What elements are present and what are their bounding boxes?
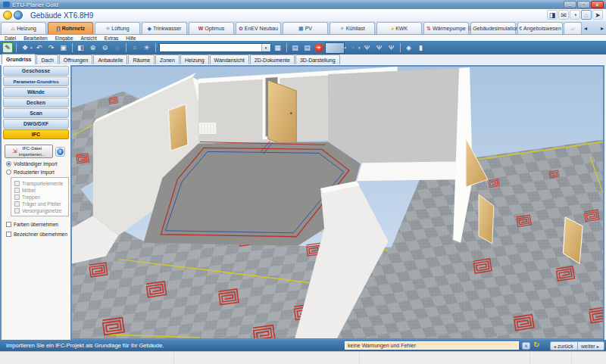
tab-scroll-right-icon[interactable]: ▸	[601, 25, 604, 32]
checkbox-icon	[14, 194, 20, 200]
layers-icon[interactable]: ≡	[130, 42, 140, 53]
tab-2d-dokumente[interactable]: 2D-Dokumente	[250, 54, 295, 64]
zoom-out-icon[interactable]: ⊖	[100, 42, 111, 53]
tab-3d-darstellung[interactable]: 3D-Darstellung	[295, 54, 340, 64]
pv-icon: ▦	[298, 26, 304, 31]
check-bezeichner-uebernehmen[interactable]: Bezeichner übernehmen	[6, 232, 70, 237]
view-grid-icon[interactable]: ▦	[273, 42, 283, 53]
menu-bearbeiten[interactable]: Bearbeiten	[23, 36, 47, 41]
tab-kuehllast[interactable]: ☀Kühllast	[330, 22, 375, 34]
redo-icon[interactable]: ↷	[46, 42, 57, 53]
minimize-button[interactable]: –	[564, 1, 576, 8]
radio-icon	[6, 161, 11, 166]
draw-tool-icon[interactable]: ✎	[2, 42, 13, 53]
tab-gebaeudesimulation[interactable]: SGebäudesimulation	[470, 22, 516, 34]
network-2-icon[interactable]: Ψ	[374, 42, 385, 53]
combobox-arrow-icon[interactable]: ▾	[261, 44, 270, 51]
sidebar-item-decken[interactable]: Decken	[3, 98, 69, 107]
check-treppen[interactable]: Treppen	[14, 194, 67, 200]
optimus-icon: W	[198, 26, 204, 31]
tab-enev-neubau[interactable]: ✿EnEV Neubau	[236, 22, 281, 34]
world-icon[interactable]: ◔	[570, 10, 580, 20]
tab-rohrnetz[interactable]: ∏Rohrnetz	[48, 22, 93, 34]
zoom-in-icon[interactable]: ⊕	[88, 42, 98, 53]
tab-pv[interactable]: ▦PV	[283, 22, 328, 34]
header: Gebäude XT6.8H9 ◨ ✉ ◔ ⌂ ➤	[0, 9, 606, 21]
tab-heizung[interactable]: ♨Heizung	[1, 22, 46, 34]
open-project-icon[interactable]: ▤	[290, 42, 301, 53]
view-3d-icon[interactable]: ◈	[404, 42, 414, 53]
tab-angebotswesen[interactable]: €Angebotswesen	[517, 22, 563, 34]
sidebar-item-dwg-dxf[interactable]: DWG/DXF	[3, 119, 69, 129]
tools-icon[interactable]: ➤	[592, 10, 603, 20]
ifc-import-button[interactable]: ⇲ IFC-Dateiimportieren...	[5, 145, 53, 158]
preview-icon[interactable]	[325, 42, 345, 54]
sidebar-item-waende[interactable]: Wände	[3, 87, 69, 97]
tab-raeume[interactable]: Räume	[128, 54, 155, 64]
maximize-button[interactable]: ▢	[577, 1, 590, 8]
waermepumpe-icon: ⇅	[426, 26, 431, 31]
tab-oeffnungen[interactable]: Öffnungen	[59, 54, 93, 64]
effects-icon[interactable]: ✳	[142, 42, 152, 53]
home-icon[interactable]: ⌂	[581, 10, 592, 20]
menu-extras[interactable]: Extras	[105, 36, 118, 41]
radio-vollstaendiger-import[interactable]: Vollständiger Import	[6, 161, 70, 166]
open-folder-icon[interactable]: ▤	[302, 42, 313, 53]
refresh-icon[interactable]: ↻	[533, 341, 539, 349]
menu-bar: Datei Bearbeiten Eingabe Ansicht Extras …	[0, 35, 606, 41]
extinguisher-icon[interactable]: ▮	[416, 42, 426, 53]
check-transportelemente[interactable]: Transportelemente	[14, 181, 67, 186]
tab-trinkwasser[interactable]: ◆Trinkwasser	[142, 22, 187, 34]
alert-icon[interactable]: ➜	[314, 43, 323, 52]
tab-grundriss[interactable]: Grundriss	[2, 54, 36, 64]
checkbox-icon	[14, 188, 20, 193]
reduced-import-options: Transportelemente Möbel Treppen Träger u…	[11, 177, 69, 216]
tab-kwk[interactable]: ◕KWK	[376, 22, 422, 34]
tab-wandansicht[interactable]: Wandansicht	[210, 54, 249, 64]
check-traeger-und-pfeiler[interactable]: Träger und Pfeiler	[14, 201, 67, 207]
check-versorgungsnetze[interactable]: Versorgungsnetze	[14, 208, 67, 213]
close-button[interactable]: ✕	[591, 1, 604, 8]
mail-icon[interactable]: ✉	[558, 10, 569, 20]
zoom-window-icon[interactable]: ◧	[76, 42, 86, 53]
tab-scroll-left-icon[interactable]: ◂	[584, 25, 587, 32]
settings-icon[interactable]: ☼	[112, 42, 123, 53]
tab-lueftung[interactable]: ✳Lüftung	[95, 22, 140, 34]
undo-icon[interactable]: ↶	[34, 42, 45, 53]
menu-datei[interactable]: Datei	[5, 36, 16, 41]
check-farben-uebernehmen[interactable]: Farben übernehmen	[6, 222, 70, 227]
sidebar-item-scan[interactable]: Scan	[3, 108, 69, 118]
info-button[interactable]: i	[55, 147, 65, 157]
radio-reduzierter-import[interactable]: Reduzierter Import	[6, 170, 70, 175]
warnings-field[interactable]: keine Warnungen und Fehler	[345, 341, 519, 350]
tab-zonen[interactable]: Zonen	[155, 54, 180, 64]
status-bar: Importieren Sie ein IFC-Projekt als Grun…	[0, 340, 606, 351]
checkbox-icon	[14, 201, 20, 207]
rohrnetz-icon: ∏	[56, 26, 61, 31]
toolbar: ✎ ❖ ▾ ↶ ↷ ▣ ◧ ⊕ ⊖ ☼ ≡ ✳ ▾ ▦ ▤ ▤ ➜ ▾ ▫ ▾ …	[0, 41, 606, 54]
sidebar-item-parameter-grundriss[interactable]: Parameter-Grundriss	[3, 76, 69, 86]
mode-icon[interactable]: ▫	[348, 42, 358, 53]
projects-icon[interactable]: ◨	[547, 10, 558, 20]
menu-eingabe[interactable]: Eingabe	[55, 36, 73, 41]
toolbar-combobox[interactable]: ▾	[159, 43, 271, 52]
tab-heizung-sub[interactable]: Heizung	[180, 54, 209, 64]
next-button[interactable]: weiter ▸	[577, 341, 604, 350]
3d-viewport[interactable]	[70, 65, 604, 340]
tab-partial[interactable]: ▱	[564, 22, 582, 34]
menu-ansicht[interactable]: Ansicht	[81, 36, 97, 41]
tab-waermepumpe[interactable]: ⇅Wärmepumpe	[423, 22, 469, 34]
expand-warnings-button[interactable]: ∧	[522, 342, 530, 350]
check-moebel[interactable]: Möbel	[14, 188, 67, 193]
tab-anbauteile[interactable]: Anbauteile	[93, 54, 127, 64]
radio-icon	[6, 170, 11, 175]
snapshot-icon[interactable]: ▣	[58, 42, 69, 53]
sidebar-item-geschosse[interactable]: Geschosse	[3, 66, 69, 76]
tab-optimus[interactable]: WOptimus	[189, 22, 234, 34]
network-3-icon[interactable]: Ψ	[386, 42, 397, 53]
network-1-icon[interactable]: Ψ	[362, 42, 373, 53]
sidebar-item-ifc[interactable]: IFC	[3, 129, 69, 139]
tab-dach[interactable]: Dach	[36, 54, 58, 64]
menu-hilfe[interactable]: Hilfe	[126, 36, 136, 41]
shapes-icon[interactable]: ❖	[20, 42, 30, 53]
